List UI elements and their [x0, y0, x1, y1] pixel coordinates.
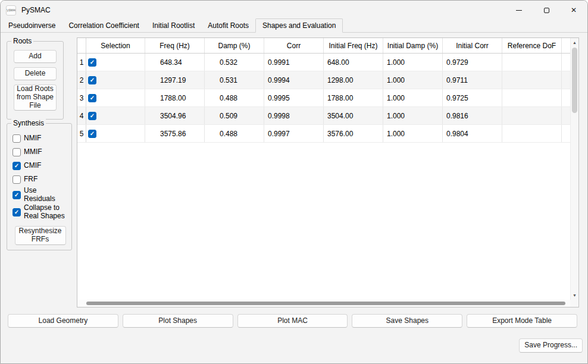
frf-checkbox[interactable]: ✓: [12, 175, 21, 184]
initial-corr-cell[interactable]: 0.9725: [443, 89, 502, 106]
delete-button[interactable]: Delete: [14, 67, 57, 80]
row-selection-checkbox[interactable]: ✓: [88, 94, 96, 102]
checkbox-row-frf[interactable]: ✓ FRF: [12, 173, 68, 186]
reference-dof-cell[interactable]: [502, 54, 562, 71]
vertical-scrollbar[interactable]: ▲ ▼: [570, 38, 578, 300]
damp-cell[interactable]: 0.531: [205, 71, 264, 89]
row-header[interactable]: 1: [77, 54, 86, 71]
plot-mac-button[interactable]: Plot MAC: [237, 314, 348, 328]
save-progress-button[interactable]: Save Progress...: [519, 338, 583, 353]
tab-shapes-and-evaluation[interactable]: Shapes and Evaluation: [255, 18, 343, 33]
check-icon: ✓: [90, 113, 95, 119]
collapse-to-real-shapes-checkbox[interactable]: ✓: [12, 208, 21, 216]
tab-autofit-roots[interactable]: Autofit Roots: [201, 19, 255, 32]
check-icon: ✓: [14, 163, 19, 169]
column-header-initial-freq[interactable]: Initial Freq (Hz): [324, 38, 383, 53]
row-selection-checkbox[interactable]: ✓: [88, 58, 96, 67]
freq-cell[interactable]: 3504.96: [145, 107, 205, 124]
row-filler: [562, 89, 570, 106]
selection-cell[interactable]: ✓: [86, 125, 145, 142]
initial-freq-cell[interactable]: 1298.00: [324, 71, 383, 89]
freq-cell[interactable]: 3575.86: [145, 125, 205, 142]
initial-damp-cell[interactable]: 1.000: [383, 107, 443, 124]
column-header-initial-corr[interactable]: Initial Corr: [443, 38, 502, 53]
corner-header-cell: [77, 38, 86, 53]
freq-cell[interactable]: 648.34: [145, 54, 205, 71]
initial-corr-cell[interactable]: 0.9816: [443, 107, 502, 124]
initial-damp-cell[interactable]: 1.000: [383, 54, 443, 71]
column-header-damp[interactable]: Damp (%): [205, 38, 264, 53]
damp-cell[interactable]: 0.532: [205, 54, 264, 71]
freq-cell[interactable]: 1788.00: [145, 89, 205, 106]
tab-pseudoinverse[interactable]: Pseudoinverse: [2, 19, 62, 32]
initial-damp-cell[interactable]: 1.000: [383, 89, 443, 106]
column-header-corr[interactable]: Corr: [264, 38, 324, 53]
initial-corr-cell[interactable]: 0.9711: [443, 71, 502, 89]
selection-cell[interactable]: ✓: [86, 89, 145, 106]
checkbox-row-collapse-to-real-shapes[interactable]: ✓ Collapse to Real Shapes: [12, 204, 68, 220]
scroll-up-icon[interactable]: ▲: [571, 40, 578, 45]
table-row-2: 2 ✓ 1297.19 0.531 0.9994 1298.00 1.000 0…: [77, 71, 570, 89]
corr-cell[interactable]: 0.9994: [264, 71, 324, 89]
initial-corr-cell[interactable]: 0.9804: [443, 125, 502, 142]
corr-cell[interactable]: 0.9998: [264, 107, 324, 124]
add-button[interactable]: Add: [14, 50, 57, 63]
export-mode-table-button[interactable]: Export Mode Table: [467, 314, 577, 328]
use-residuals-checkbox[interactable]: ✓: [12, 191, 21, 199]
close-button[interactable]: ✕: [560, 1, 587, 20]
column-header-selection[interactable]: Selection: [86, 38, 145, 53]
initial-damp-cell[interactable]: 1.000: [383, 125, 443, 142]
row-header[interactable]: 5: [77, 125, 86, 142]
initial-damp-cell[interactable]: 1.000: [383, 71, 443, 89]
minimize-button[interactable]: [505, 1, 533, 20]
row-selection-checkbox[interactable]: ✓: [88, 112, 96, 120]
damp-cell[interactable]: 0.488: [205, 125, 264, 142]
cmif-checkbox[interactable]: ✓: [12, 162, 21, 170]
reference-dof-cell[interactable]: [502, 107, 562, 124]
maximize-button[interactable]: [533, 1, 560, 20]
plot-shapes-button[interactable]: Plot Shapes: [123, 314, 233, 328]
corr-cell[interactable]: 0.9997: [264, 125, 324, 142]
tab-initial-rootlist[interactable]: Initial Rootlist: [146, 19, 201, 32]
checkbox-row-use-residuals[interactable]: ✓ Use Residuals: [12, 187, 68, 203]
load-geometry-button[interactable]: Load Geometry: [8, 314, 118, 328]
row-selection-checkbox[interactable]: ✓: [88, 130, 96, 138]
initial-freq-cell[interactable]: 3504.00: [324, 107, 383, 124]
corr-cell[interactable]: 0.9995: [264, 89, 324, 106]
reference-dof-cell[interactable]: [502, 71, 562, 89]
horizontal-scrollbar[interactable]: [77, 300, 570, 307]
checkbox-row-cmif[interactable]: ✓ CMIF: [12, 159, 68, 172]
initial-freq-cell[interactable]: 3576.00: [324, 125, 383, 142]
checkbox-row-mmif[interactable]: ✓ MMIF: [12, 146, 68, 158]
damp-cell[interactable]: 0.509: [205, 107, 264, 124]
horizontal-scrollbar-thumb[interactable]: [86, 302, 565, 305]
tab-correlation-coefficient[interactable]: Correlation Coefficient: [62, 19, 146, 32]
initial-corr-cell[interactable]: 0.9729: [443, 54, 502, 71]
row-selection-checkbox[interactable]: ✓: [88, 76, 96, 84]
reference-dof-cell[interactable]: [502, 125, 562, 142]
row-header[interactable]: 2: [77, 71, 86, 89]
selection-cell[interactable]: ✓: [86, 54, 145, 71]
corr-cell[interactable]: 0.9991: [264, 54, 324, 71]
damp-cell[interactable]: 0.488: [205, 89, 264, 106]
column-header-freq[interactable]: Freq (Hz): [145, 38, 205, 53]
use-residuals-label: Use Residuals: [24, 187, 68, 203]
load-roots-from-shape-file-button[interactable]: Load Roots from Shape File: [14, 84, 57, 111]
row-header[interactable]: 4: [77, 107, 86, 124]
initial-freq-cell[interactable]: 1788.00: [324, 89, 383, 106]
freq-cell[interactable]: 1297.19: [145, 71, 205, 89]
vertical-scrollbar-thumb[interactable]: [572, 48, 577, 113]
mmif-checkbox[interactable]: ✓: [12, 148, 21, 156]
nmif-checkbox[interactable]: ✓: [12, 134, 21, 143]
column-header-reference-dof[interactable]: Reference DoF: [502, 38, 562, 53]
resynthesize-frfs-button[interactable]: Resynthesize FRFs: [15, 226, 66, 245]
save-shapes-button[interactable]: Save Shapes: [352, 314, 462, 328]
selection-cell[interactable]: ✓: [86, 107, 145, 124]
scroll-down-icon[interactable]: ▼: [571, 293, 578, 297]
column-header-initial-damp[interactable]: Initial Damp (%): [383, 38, 443, 53]
checkbox-row-nmif[interactable]: ✓ NMIF: [12, 132, 68, 145]
selection-cell[interactable]: ✓: [86, 71, 145, 89]
initial-freq-cell[interactable]: 648.00: [324, 54, 383, 71]
reference-dof-cell[interactable]: [502, 89, 562, 106]
row-header[interactable]: 3: [77, 89, 86, 106]
